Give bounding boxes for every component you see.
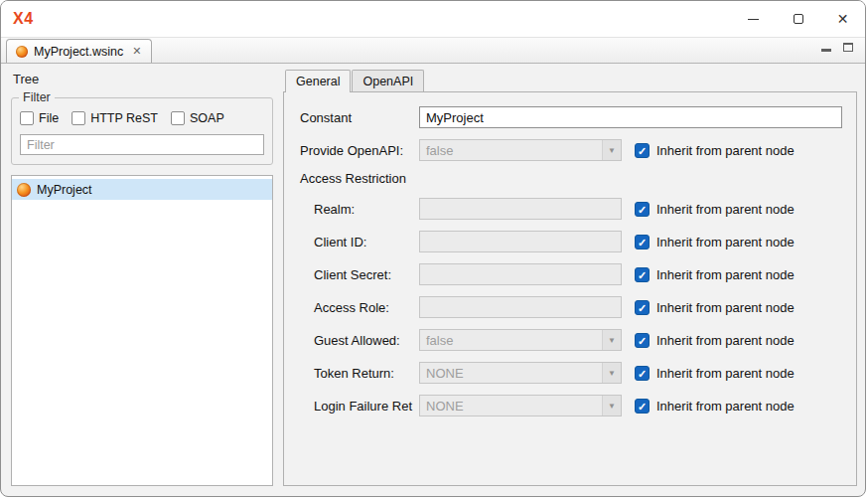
guest-allowed-row: Guest Allowed: false ▼ ✓ Inherit from pa… <box>300 328 842 352</box>
dropdown-arrow-icon: ▼ <box>602 330 621 350</box>
http-rest-checkbox[interactable] <box>72 111 85 125</box>
token-return-row: Token Return: NONE ▼ ✓ Inherit from pare… <box>300 361 842 385</box>
guest-allowed-label: Guest Allowed: <box>300 333 419 348</box>
access-role-label: Access Role: <box>300 300 419 315</box>
wsinc-file-icon <box>16 46 28 58</box>
dropdown-arrow-icon: ▼ <box>602 363 621 383</box>
login-failure-select: NONE ▼ <box>419 395 622 416</box>
client-id-inherit[interactable]: ✓ Inherit from parent node <box>635 235 795 250</box>
client-id-row: Client ID: ✓ Inherit from parent node <box>300 230 842 253</box>
inherit-checkbox[interactable]: ✓ <box>635 366 650 381</box>
tab-close-icon[interactable]: ✕ <box>132 45 141 58</box>
filter-group-title: Filter <box>19 90 55 104</box>
dropdown-arrow-icon: ▼ <box>602 140 621 160</box>
guest-allowed-inherit[interactable]: ✓ Inherit from parent node <box>635 333 795 348</box>
access-restriction-heading: Access Restriction <box>300 171 842 186</box>
filter-options: File HTTP ReST SOAP <box>20 111 264 125</box>
filter-option-soap[interactable]: SOAP <box>171 111 224 125</box>
inherit-label: Inherit from parent node <box>656 202 795 217</box>
window-maximize-button[interactable] <box>776 1 820 37</box>
realm-inherit[interactable]: ✓ Inherit from parent node <box>635 202 795 217</box>
inherit-checkbox[interactable]: ✓ <box>635 235 650 250</box>
login-failure-inherit[interactable]: ✓ Inherit from parent node <box>635 399 795 414</box>
inherit-label: Inherit from parent node <box>656 333 795 348</box>
realm-input <box>419 198 622 220</box>
minimize-view-button[interactable] <box>821 38 831 56</box>
app-window: X4 ✕ MyProject.wsinc ✕ Tree <box>0 0 866 497</box>
realm-row: Realm: ✓ Inherit from parent node <box>300 197 842 221</box>
close-icon: ✕ <box>837 12 849 26</box>
access-role-input <box>419 296 622 318</box>
provide-openapi-row: Provide OpenAPI: false ▼ ✓ Inherit from … <box>300 138 842 162</box>
inherit-checkbox[interactable]: ✓ <box>635 267 650 282</box>
provide-openapi-select: false ▼ <box>419 139 622 161</box>
access-role-inherit[interactable]: ✓ Inherit from parent node <box>635 300 795 315</box>
tab-general[interactable]: General <box>285 70 351 92</box>
inherit-label: Inherit from parent node <box>656 235 795 250</box>
maximize-icon <box>794 14 803 24</box>
provide-openapi-label: Provide OpenAPI: <box>300 143 419 158</box>
editor-tab-myproject[interactable]: MyProject.wsinc ✕ <box>6 39 152 63</box>
project-icon <box>17 183 31 197</box>
token-return-label: Token Return: <box>300 366 419 381</box>
view-toolbar <box>821 38 853 56</box>
soap-checkbox-label: SOAP <box>190 111 224 125</box>
maximize-view-icon <box>843 43 853 52</box>
tree-panel: Tree Filter File HTTP ReST SOAP <box>9 69 275 486</box>
minimize-icon <box>748 19 759 20</box>
http-rest-checkbox-label: HTTP ReST <box>90 111 158 125</box>
constant-label: Constant <box>300 110 419 125</box>
provide-openapi-value: false <box>420 143 602 158</box>
window-controls: ✕ <box>731 1 865 37</box>
client-id-input <box>419 231 622 252</box>
client-id-label: Client ID: <box>300 235 419 250</box>
window-minimize-button[interactable] <box>731 1 776 37</box>
constant-input[interactable] <box>419 106 842 128</box>
client-secret-row: Client Secret: ✓ Inherit from parent nod… <box>300 262 842 286</box>
editor-tab-bar: MyProject.wsinc ✕ <box>1 37 865 64</box>
client-secret-label: Client Secret: <box>300 267 419 282</box>
inherit-checkbox[interactable]: ✓ <box>635 333 650 348</box>
maximize-view-button[interactable] <box>843 38 853 56</box>
window-close-button[interactable]: ✕ <box>820 1 865 37</box>
filter-option-http-rest[interactable]: HTTP ReST <box>72 111 158 125</box>
file-checkbox[interactable] <box>20 111 34 125</box>
realm-label: Realm: <box>300 202 419 217</box>
filter-group: Filter File HTTP ReST SOAP <box>11 97 273 165</box>
inherit-checkbox[interactable]: ✓ <box>635 202 650 217</box>
inherit-label: Inherit from parent node <box>656 366 795 381</box>
project-tree[interactable]: MyProject <box>11 175 273 486</box>
token-return-value: NONE <box>420 366 602 381</box>
title-bar: X4 ✕ <box>1 1 865 37</box>
dropdown-arrow-icon: ▼ <box>602 396 621 416</box>
tree-item-label: MyProject <box>37 183 92 197</box>
tree-item-myproject[interactable]: MyProject <box>12 179 272 200</box>
login-failure-label: Login Failure Ret <box>300 399 419 414</box>
inherit-label: Inherit from parent node <box>656 399 795 414</box>
filter-option-file[interactable]: File <box>20 111 59 125</box>
general-tab-content: Constant Provide OpenAPI: false ▼ ✓ Inhe… <box>283 91 857 486</box>
main-area: Tree Filter File HTTP ReST SOAP <box>1 64 865 496</box>
minimize-view-icon <box>821 49 831 52</box>
access-role-row: Access Role: ✓ Inherit from parent node <box>300 295 842 319</box>
properties-panel: General OpenAPI Constant Provide OpenAPI… <box>283 69 857 486</box>
constant-row: Constant <box>300 105 842 129</box>
token-return-select: NONE ▼ <box>419 362 622 384</box>
file-checkbox-label: File <box>39 111 59 125</box>
soap-checkbox[interactable] <box>171 111 185 125</box>
client-secret-input <box>419 263 622 285</box>
login-failure-value: NONE <box>420 399 602 414</box>
tab-openapi[interactable]: OpenAPI <box>352 70 424 91</box>
provide-openapi-inherit[interactable]: ✓ Inherit from parent node <box>635 143 795 158</box>
guest-allowed-value: false <box>420 333 602 348</box>
filter-input[interactable] <box>20 134 264 155</box>
guest-allowed-select: false ▼ <box>419 329 622 351</box>
client-secret-inherit[interactable]: ✓ Inherit from parent node <box>635 267 795 282</box>
inherit-checkbox[interactable]: ✓ <box>635 143 650 158</box>
inherit-checkbox[interactable]: ✓ <box>635 300 650 315</box>
token-return-inherit[interactable]: ✓ Inherit from parent node <box>635 366 795 381</box>
editor-tab-label: MyProject.wsinc <box>34 45 123 59</box>
tree-panel-heading: Tree <box>13 72 275 86</box>
inherit-checkbox[interactable]: ✓ <box>635 399 650 414</box>
inherit-label: Inherit from parent node <box>656 143 795 158</box>
